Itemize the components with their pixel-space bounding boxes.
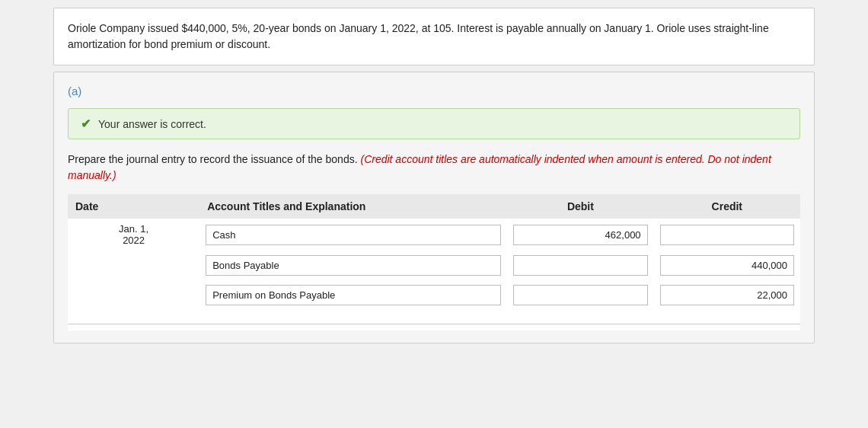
- checkmark-icon: ✔: [81, 117, 91, 131]
- debit-input-2[interactable]: [513, 255, 647, 276]
- problem-text: Oriole Company issued $440,000, 5%, 20-y…: [68, 22, 769, 50]
- spacer-row: [68, 310, 800, 331]
- credit-input-3[interactable]: [660, 285, 794, 305]
- date-cell-2: [68, 251, 199, 280]
- header-account: Account Titles and Explanation: [199, 194, 507, 219]
- instruction-static: Prepare the journal entry to record the …: [68, 153, 358, 165]
- debit-cell-3[interactable]: [507, 280, 653, 310]
- debit-cell-2[interactable]: [507, 251, 653, 280]
- page-container: Oriole Company issued $440,000, 5%, 20-y…: [53, 8, 815, 343]
- instruction-text: Prepare the journal entry to record the …: [68, 152, 800, 184]
- table-row: [68, 280, 800, 310]
- problem-box: Oriole Company issued $440,000, 5%, 20-y…: [53, 8, 815, 65]
- account-input-1[interactable]: [206, 225, 501, 245]
- bottom-divider: [68, 324, 800, 324]
- debit-cell-1[interactable]: [507, 219, 653, 251]
- date-cell-1: Jan. 1,2022: [68, 219, 199, 251]
- header-date: Date: [68, 194, 199, 219]
- date-cell-3: [68, 280, 199, 310]
- account-input-2[interactable]: [206, 255, 501, 276]
- section-a: (a) ✔ Your answer is correct. Prepare th…: [53, 72, 815, 343]
- debit-input-3[interactable]: [513, 285, 647, 305]
- journal-table: Date Account Titles and Explanation Debi…: [68, 194, 800, 331]
- account-input-3[interactable]: [206, 285, 501, 305]
- credit-input-2[interactable]: [660, 255, 794, 276]
- account-cell-1[interactable]: [199, 219, 507, 251]
- account-cell-2[interactable]: [199, 251, 507, 280]
- credit-input-1[interactable]: [660, 225, 794, 245]
- debit-input-1[interactable]: [513, 225, 647, 245]
- credit-cell-2[interactable]: [654, 251, 800, 280]
- table-row: [68, 251, 800, 280]
- header-debit: Debit: [507, 194, 653, 219]
- account-cell-3[interactable]: [199, 280, 507, 310]
- correct-banner: ✔ Your answer is correct.: [68, 108, 800, 139]
- header-credit: Credit: [654, 194, 800, 219]
- correct-text: Your answer is correct.: [98, 118, 206, 130]
- section-label: (a): [68, 85, 800, 97]
- table-row: Jan. 1,2022: [68, 219, 800, 251]
- credit-cell-3[interactable]: [654, 280, 800, 310]
- credit-cell-1[interactable]: [654, 219, 800, 251]
